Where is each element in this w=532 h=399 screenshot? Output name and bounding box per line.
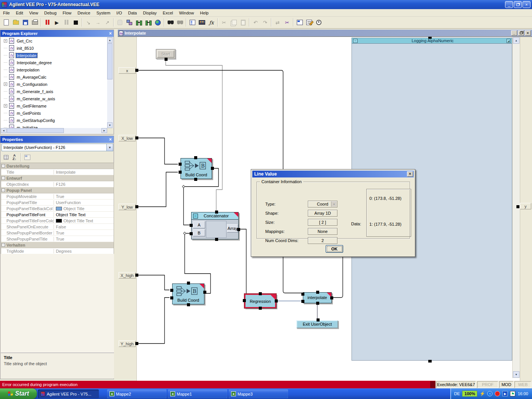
tree-item-m_getpoints[interactable]: fxm_GetPoints bbox=[1, 109, 107, 117]
field-value-type[interactable]: Coord▼ bbox=[308, 201, 337, 207]
property-row-objectindex[interactable]: ObjectIndexF126 bbox=[1, 181, 114, 187]
terminal-output-array[interactable] bbox=[237, 228, 240, 231]
tree-item-interpolate_degree[interactable]: fxInterpolate_degree bbox=[1, 59, 107, 66]
terminal-output[interactable] bbox=[275, 299, 278, 302]
delete-line-icon[interactable]: ✂ bbox=[282, 18, 292, 27]
property-row-popuppaneltitleforecolc[interactable]: PopupPanelTitleForeColcObject Title Text bbox=[1, 218, 114, 224]
expand-icon[interactable]: + bbox=[4, 82, 7, 86]
object-selector-combobox[interactable]: Interpolate (UserFunction) - F126 ▼ bbox=[2, 144, 113, 151]
expand-icon[interactable]: + bbox=[4, 104, 7, 108]
wire-array-regression[interactable] bbox=[240, 229, 246, 301]
save-icon[interactable] bbox=[21, 18, 30, 27]
wire-yhigh-buildcoord2[interactable] bbox=[138, 298, 169, 344]
terminal-output[interactable] bbox=[330, 296, 333, 299]
terminal-sequence-in[interactable] bbox=[194, 156, 197, 159]
menu-file[interactable]: File bbox=[0, 10, 13, 16]
input-terminal-x[interactable]: x bbox=[119, 67, 136, 74]
tree-item-interpolation[interactable]: fxinterpolation bbox=[1, 66, 107, 73]
close-button[interactable]: × bbox=[522, 1, 530, 8]
step-out-icon[interactable]: ↗ bbox=[103, 18, 112, 27]
start-object[interactable]: Start bbox=[156, 49, 176, 59]
property-row-trigmode[interactable]: TrigModeDegrees bbox=[1, 248, 114, 254]
tree-horizontal-scrollbar[interactable]: ◄ ► bbox=[1, 128, 107, 134]
minimize-button[interactable]: _ bbox=[505, 1, 513, 8]
property-row-popuppaneltitlebackcol[interactable]: PopupPanelTitleBackColObject Title bbox=[1, 206, 114, 212]
clock[interactable]: 16:00 bbox=[518, 391, 528, 396]
input-terminal-y_low[interactable]: Y_low bbox=[119, 204, 136, 210]
terminal-input-1[interactable] bbox=[301, 293, 304, 296]
build-coord-object-2[interactable]: B Build Coord bbox=[172, 283, 204, 304]
terminal-sequence-out[interactable] bbox=[259, 307, 262, 310]
formula-icon[interactable]: ƒx bbox=[207, 18, 216, 27]
print-icon[interactable] bbox=[30, 18, 40, 27]
input-terminal-x_low[interactable]: X_low bbox=[119, 135, 136, 141]
collapse-icon[interactable]: − bbox=[2, 164, 5, 168]
tree-item-m_averagecalc[interactable]: fxm_AverageCalc bbox=[1, 73, 107, 81]
start-button[interactable]: Start bbox=[0, 388, 37, 399]
menu-data[interactable]: Data bbox=[125, 10, 140, 16]
mdi-close-button[interactable]: × bbox=[525, 30, 531, 36]
terminal-sequence-in[interactable] bbox=[187, 282, 190, 285]
input-terminal-y_high[interactable]: Y_high bbox=[119, 340, 136, 347]
chevron-down-icon[interactable]: ▼ bbox=[106, 144, 113, 151]
tree-item-m_generate_w_axis[interactable]: fxm_Generate_w_axis bbox=[1, 95, 107, 102]
menu-system[interactable]: System bbox=[93, 10, 114, 16]
terminal-input-b[interactable] bbox=[190, 232, 193, 235]
property-row-title[interactable]: TitleInterpolate bbox=[1, 169, 114, 175]
ok-button[interactable]: OK bbox=[326, 245, 343, 253]
cut-icon[interactable]: ✂ bbox=[219, 18, 229, 27]
menu-edit[interactable]: Edit bbox=[13, 10, 26, 16]
concatenator-object[interactable]: − Concatenator A B Array bbox=[191, 212, 239, 239]
undo-icon[interactable]: ↶ bbox=[251, 18, 260, 27]
taskbar-button-mappe2[interactable]: XMappe2 bbox=[107, 390, 166, 398]
close-icon[interactable]: × bbox=[109, 31, 112, 36]
scroll-up-icon[interactable]: ▲ bbox=[107, 37, 112, 43]
terminal-pin[interactable] bbox=[516, 205, 519, 208]
property-row-showpopuppaneltitle[interactable]: ShowPopupPanelTitleTrue bbox=[1, 236, 114, 242]
stop-icon[interactable] bbox=[71, 18, 81, 27]
tree-item-get_crc[interactable]: +fxGet_Crc bbox=[1, 37, 107, 44]
wire-corner-handle[interactable] bbox=[182, 185, 185, 188]
tree-item-m_getstartupconfig[interactable]: fxm_GetStartupConfig bbox=[1, 117, 107, 124]
paste-icon[interactable] bbox=[238, 18, 248, 27]
collapse-icon[interactable]: − bbox=[2, 188, 5, 192]
panel-view-icon[interactable] bbox=[295, 18, 304, 27]
hierarchy-icon[interactable] bbox=[125, 18, 134, 27]
collapse-icon[interactable]: − bbox=[2, 176, 5, 180]
interpolate-object[interactable]: interpolate bbox=[303, 292, 332, 303]
timer-icon[interactable] bbox=[314, 18, 323, 27]
wire-ylow-buildcoord1[interactable] bbox=[138, 172, 178, 207]
tree-item-m_configuration[interactable]: +fxm_Configuration bbox=[1, 81, 107, 88]
web-icon[interactable] bbox=[153, 18, 163, 27]
scroll-thumb[interactable] bbox=[107, 43, 112, 79]
start-button-face[interactable]: Start bbox=[157, 50, 174, 58]
program-explorer-titlebar[interactable]: Program Explorer × bbox=[0, 30, 114, 37]
copy-icon[interactable] bbox=[229, 18, 238, 27]
tree-item-m_initialize[interactable]: fxm_Initialize bbox=[1, 124, 107, 128]
property-row-showpopuppanelborder[interactable]: ShowPopupPanelBorderTrue bbox=[1, 230, 114, 236]
tree-item-init_8510[interactable]: fxinit_8510 bbox=[1, 44, 107, 52]
tray-flag-icon[interactable]: ⚑ bbox=[510, 391, 515, 396]
pause-red-icon[interactable] bbox=[43, 18, 52, 27]
taskbar-button-agilentveeprov75[interactable]: Agilent VEE Pro - V75... bbox=[38, 390, 99, 398]
wire-xlow-buildcoord1[interactable] bbox=[138, 138, 178, 164]
dialog-titlebar[interactable]: Line Value × bbox=[252, 171, 414, 177]
terminal-sequence-out[interactable] bbox=[215, 238, 218, 241]
mdi-restore-button[interactable] bbox=[518, 30, 524, 36]
line-value-dialog[interactable]: Line Value × Container Information Type:… bbox=[251, 169, 415, 257]
step-over-icon[interactable]: → bbox=[93, 18, 103, 27]
properties-titlebar[interactable]: Properties × bbox=[0, 136, 114, 143]
mdi-minimize-button[interactable]: _ bbox=[511, 30, 517, 36]
close-icon[interactable]: × bbox=[407, 171, 413, 177]
terminal-output[interactable] bbox=[211, 167, 214, 170]
zoom-level-badge[interactable]: 100% bbox=[462, 391, 477, 397]
terminal-input-1[interactable] bbox=[179, 163, 182, 166]
field-value-mappings[interactable]: None bbox=[308, 228, 337, 235]
chevron-down-icon[interactable]: ▼ bbox=[331, 201, 337, 207]
media-player-icon[interactable]: ▶ bbox=[502, 391, 508, 396]
properties-view-icon[interactable] bbox=[304, 18, 314, 27]
property-row-showpanelonexecute[interactable]: ShowPanelOnExecuteFalse bbox=[1, 224, 114, 230]
output-terminal-y[interactable]: y bbox=[520, 203, 531, 209]
run-icon[interactable]: ▶ bbox=[52, 18, 62, 27]
taskbar-button-mappe3[interactable]: XMappe3 bbox=[229, 390, 288, 398]
